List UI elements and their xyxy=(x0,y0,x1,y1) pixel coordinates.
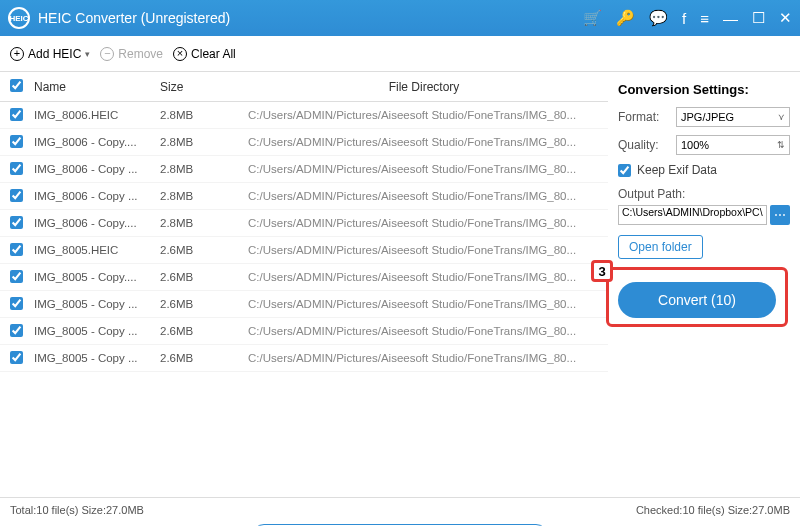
quality-value: 100% xyxy=(681,139,709,151)
add-heic-button[interactable]: + Add HEIC ▾ xyxy=(10,47,90,61)
file-rows: IMG_8006.HEIC2.8MBC:/Users/ADMIN/Picture… xyxy=(0,102,608,497)
file-size: 2.8MB xyxy=(160,217,240,229)
settings-title: Conversion Settings: xyxy=(618,82,790,97)
titlebar: HEIC HEIC Converter (Unregistered) 🛒 🔑 💬… xyxy=(0,0,800,36)
toolbar: + Add HEIC ▾ − Remove × Clear All xyxy=(0,36,800,72)
quality-select[interactable]: 100%⇅ xyxy=(676,135,790,155)
table-row[interactable]: IMG_8006 - Copy ...2.8MBC:/Users/ADMIN/P… xyxy=(0,183,608,210)
row-checkbox[interactable] xyxy=(10,108,23,121)
annotation-number: 3 xyxy=(591,260,613,282)
row-checkbox[interactable] xyxy=(10,324,23,337)
file-size: 2.8MB xyxy=(160,190,240,202)
format-value: JPG/JPEG xyxy=(681,111,734,123)
plus-icon: + xyxy=(10,47,24,61)
row-checkbox[interactable] xyxy=(10,189,23,202)
browse-button[interactable]: ⋯ xyxy=(770,205,790,225)
keep-exif-checkbox[interactable] xyxy=(618,164,631,177)
file-size: 2.6MB xyxy=(160,271,240,283)
keep-exif-label: Keep Exif Data xyxy=(637,163,717,177)
table-row[interactable]: IMG_8006 - Copy....2.8MBC:/Users/ADMIN/P… xyxy=(0,210,608,237)
clear-all-label: Clear All xyxy=(191,47,236,61)
file-directory: C:/Users/ADMIN/Pictures/Aiseesoft Studio… xyxy=(240,190,608,202)
output-path-input[interactable]: C:\Users\ADMIN\Dropbox\PC\ xyxy=(618,205,767,225)
file-directory: C:/Users/ADMIN/Pictures/Aiseesoft Studio… xyxy=(240,298,608,310)
remove-label: Remove xyxy=(118,47,163,61)
file-size: 2.6MB xyxy=(160,325,240,337)
file-directory: C:/Users/ADMIN/Pictures/Aiseesoft Studio… xyxy=(240,163,608,175)
convert-button[interactable]: Convert (10) xyxy=(618,282,776,318)
row-checkbox[interactable] xyxy=(10,351,23,364)
output-path-label: Output Path: xyxy=(618,187,790,201)
open-folder-button[interactable]: Open folder xyxy=(618,235,703,259)
file-directory: C:/Users/ADMIN/Pictures/Aiseesoft Studio… xyxy=(240,244,608,256)
table-row[interactable]: IMG_8005 - Copy ...2.6MBC:/Users/ADMIN/P… xyxy=(0,318,608,345)
row-checkbox[interactable] xyxy=(10,297,23,310)
file-name: IMG_8006 - Copy ... xyxy=(32,190,160,202)
minimize-icon[interactable]: — xyxy=(723,10,738,27)
select-all-checkbox[interactable] xyxy=(10,79,23,92)
table-row[interactable]: IMG_8006 - Copy....2.8MBC:/Users/ADMIN/P… xyxy=(0,129,608,156)
file-name: IMG_8005.HEIC xyxy=(32,244,160,256)
key-icon[interactable]: 🔑 xyxy=(616,9,635,27)
menu-icon[interactable]: ≡ xyxy=(700,10,709,27)
window-title: HEIC Converter (Unregistered) xyxy=(38,10,583,26)
chevron-down-icon: ⋎ xyxy=(778,112,785,122)
file-name: IMG_8006 - Copy.... xyxy=(32,136,160,148)
table-row[interactable]: IMG_8005.HEIC2.6MBC:/Users/ADMIN/Picture… xyxy=(0,237,608,264)
minus-icon: − xyxy=(100,47,114,61)
header-directory: File Directory xyxy=(240,80,608,94)
remove-button[interactable]: − Remove xyxy=(100,47,163,61)
chevron-down-icon: ▾ xyxy=(85,49,90,59)
add-heic-label: Add HEIC xyxy=(28,47,81,61)
maximize-icon[interactable]: ☐ xyxy=(752,9,765,27)
table-row[interactable]: IMG_8006 - Copy ...2.8MBC:/Users/ADMIN/P… xyxy=(0,156,608,183)
file-size: 2.6MB xyxy=(160,244,240,256)
quality-label: Quality: xyxy=(618,138,670,152)
file-name: IMG_8005 - Copy ... xyxy=(32,352,160,364)
file-name: IMG_8006 - Copy ... xyxy=(32,163,160,175)
cart-icon[interactable]: 🛒 xyxy=(583,9,602,27)
format-select[interactable]: JPG/JPEG⋎ xyxy=(676,107,790,127)
file-directory: C:/Users/ADMIN/Pictures/Aiseesoft Studio… xyxy=(240,352,608,364)
file-size: 2.6MB xyxy=(160,352,240,364)
row-checkbox[interactable] xyxy=(10,162,23,175)
table-row[interactable]: IMG_8005 - Copy....2.6MBC:/Users/ADMIN/P… xyxy=(0,264,608,291)
row-checkbox[interactable] xyxy=(10,243,23,256)
file-directory: C:/Users/ADMIN/Pictures/Aiseesoft Studio… xyxy=(240,217,608,229)
file-name: IMG_8006.HEIC xyxy=(32,109,160,121)
file-list-panel: Name Size File Directory IMG_8006.HEIC2.… xyxy=(0,72,608,497)
format-label: Format: xyxy=(618,110,670,124)
row-checkbox[interactable] xyxy=(10,270,23,283)
file-name: IMG_8006 - Copy.... xyxy=(32,217,160,229)
table-header: Name Size File Directory xyxy=(0,72,608,102)
x-icon: × xyxy=(173,47,187,61)
status-total: Total:10 file(s) Size:27.0MB xyxy=(10,504,636,516)
file-name: IMG_8005 - Copy ... xyxy=(32,298,160,310)
status-bar: Total:10 file(s) Size:27.0MB Checked:10 … xyxy=(0,497,800,521)
file-size: 2.6MB xyxy=(160,298,240,310)
facebook-icon[interactable]: f xyxy=(682,10,686,27)
file-directory: C:/Users/ADMIN/Pictures/Aiseesoft Studio… xyxy=(240,271,608,283)
row-checkbox[interactable] xyxy=(10,135,23,148)
file-size: 2.8MB xyxy=(160,136,240,148)
table-row[interactable]: IMG_8006.HEIC2.8MBC:/Users/ADMIN/Picture… xyxy=(0,102,608,129)
file-name: IMG_8005 - Copy ... xyxy=(32,325,160,337)
table-row[interactable]: IMG_8005 - Copy ...2.6MBC:/Users/ADMIN/P… xyxy=(0,291,608,318)
file-directory: C:/Users/ADMIN/Pictures/Aiseesoft Studio… xyxy=(240,109,608,121)
file-size: 2.8MB xyxy=(160,163,240,175)
file-directory: C:/Users/ADMIN/Pictures/Aiseesoft Studio… xyxy=(240,325,608,337)
file-name: IMG_8005 - Copy.... xyxy=(32,271,160,283)
file-size: 2.8MB xyxy=(160,109,240,121)
header-size: Size xyxy=(160,80,240,94)
spinner-icon: ⇅ xyxy=(777,140,785,150)
footer: Recover lost or deleted HEIC files on yo… xyxy=(0,521,800,526)
chat-icon[interactable]: 💬 xyxy=(649,9,668,27)
row-checkbox[interactable] xyxy=(10,216,23,229)
close-icon[interactable]: ✕ xyxy=(779,9,792,27)
app-logo: HEIC xyxy=(8,7,30,29)
table-row[interactable]: IMG_8005 - Copy ...2.6MBC:/Users/ADMIN/P… xyxy=(0,345,608,372)
status-checked: Checked:10 file(s) Size:27.0MB xyxy=(636,504,790,516)
file-directory: C:/Users/ADMIN/Pictures/Aiseesoft Studio… xyxy=(240,136,608,148)
clear-all-button[interactable]: × Clear All xyxy=(173,47,236,61)
header-name: Name xyxy=(32,80,160,94)
